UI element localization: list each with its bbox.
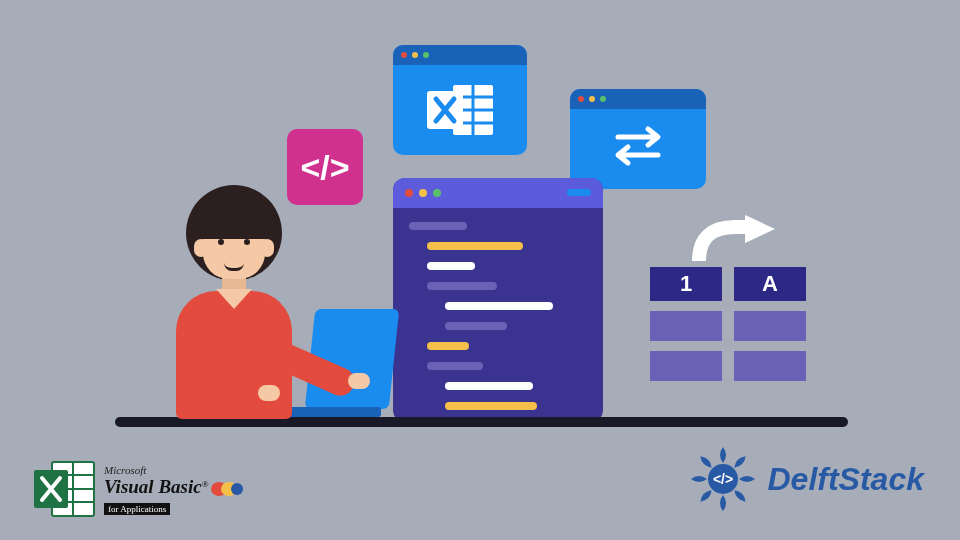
cell-row xyxy=(650,311,830,341)
cell-row xyxy=(650,351,830,381)
cell-header: A xyxy=(734,267,806,301)
vba-forapps-label: for Applications xyxy=(104,503,170,515)
window-dot xyxy=(589,96,595,102)
transfer-window xyxy=(570,89,706,189)
excel-logo-icon xyxy=(32,458,96,520)
window-dot xyxy=(423,52,429,58)
code-line xyxy=(445,402,537,410)
cell-header: 1 xyxy=(650,267,722,301)
window-titlebar xyxy=(393,178,603,208)
window-dot xyxy=(433,189,441,197)
person-illustration xyxy=(140,167,340,417)
cell xyxy=(734,351,806,381)
code-line xyxy=(445,382,533,390)
code-editor-window xyxy=(393,178,603,422)
swap-arrows-icon xyxy=(610,123,666,169)
code-body xyxy=(393,208,603,422)
window-bar xyxy=(567,189,591,196)
window-dot xyxy=(412,52,418,58)
vba-logo: Microsoft Visual Basic® for Applications xyxy=(104,464,252,512)
code-line xyxy=(427,362,483,370)
vba-tm: ® xyxy=(202,479,209,489)
vba-swoosh-icon xyxy=(209,480,243,498)
vba-visualbasic-label: Visual Basic xyxy=(104,476,202,497)
svg-point-14 xyxy=(231,483,243,495)
code-line xyxy=(445,322,507,330)
code-line xyxy=(427,242,523,250)
window-dot xyxy=(600,96,606,102)
window-titlebar xyxy=(393,45,527,65)
code-line xyxy=(409,222,467,230)
delftstack-logo: </> DelftStack xyxy=(688,444,925,514)
delftstack-label: DelftStack xyxy=(768,461,925,498)
cell xyxy=(650,351,722,381)
code-line xyxy=(427,282,497,290)
cell xyxy=(650,311,722,341)
code-line xyxy=(445,302,553,310)
code-line xyxy=(427,342,469,350)
column-cells: 1 A xyxy=(650,267,830,391)
window-dot xyxy=(401,52,407,58)
svg-text:</>: </> xyxy=(712,471,732,487)
cell xyxy=(734,311,806,341)
window-dot xyxy=(419,189,427,197)
excel-x-icon xyxy=(425,83,495,137)
window-titlebar xyxy=(570,89,706,109)
code-line xyxy=(427,262,475,270)
cell-header-row: 1 A xyxy=(650,267,830,301)
window-dot xyxy=(578,96,584,102)
delftstack-emblem-icon: </> xyxy=(688,444,758,514)
excel-window xyxy=(393,45,527,155)
vba-microsoft-label: Microsoft xyxy=(104,464,252,476)
window-dot xyxy=(405,189,413,197)
curved-arrow-icon xyxy=(685,215,781,273)
illustration-scene: </> 1 A xyxy=(0,0,960,540)
